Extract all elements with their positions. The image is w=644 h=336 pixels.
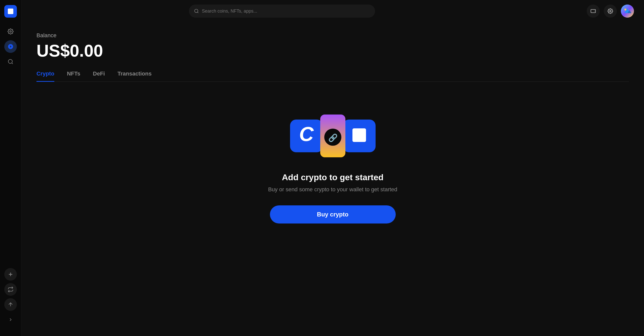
sidebar-item-add[interactable]: [4, 268, 17, 281]
svg-point-1: [8, 59, 12, 63]
svg-line-2: [12, 63, 13, 64]
search-input[interactable]: [202, 9, 370, 14]
empty-state-title: Add crypto to get started: [282, 172, 383, 182]
svg-rect-8: [591, 10, 595, 13]
sidebar-item-explore[interactable]: [4, 55, 17, 68]
svg-text:C: C: [299, 123, 314, 145]
content-area: Balance US$0.00 Crypto NFTs DeFi Transac…: [21, 22, 644, 336]
sidebar: [0, 0, 21, 336]
sidebar-expand-button[interactable]: [4, 313, 17, 326]
wallet-button[interactable]: [587, 5, 600, 18]
crypto-illustration: C 🔗: [290, 112, 376, 162]
tab-defi[interactable]: DeFi: [93, 70, 105, 82]
send-icon: [8, 302, 14, 308]
plus-icon: [8, 271, 14, 277]
sidebar-item-send[interactable]: [4, 298, 17, 311]
buy-crypto-button[interactable]: Buy crypto: [270, 205, 396, 223]
header: [21, 0, 644, 22]
sidebar-item-portfolio[interactable]: [4, 40, 17, 53]
svg-text:🔗: 🔗: [328, 133, 338, 142]
search-icon: [194, 9, 199, 14]
empty-state-subtitle: Buy or send some crypto to your wallet t…: [268, 186, 397, 193]
settings-button[interactable]: [604, 5, 617, 18]
swap-icon: [8, 286, 14, 292]
search-bar[interactable]: [189, 5, 375, 18]
balance-label: Balance: [36, 32, 629, 39]
tab-nfts[interactable]: NFTs: [67, 70, 80, 82]
gear-icon: [608, 8, 613, 14]
avatar[interactable]: [621, 5, 634, 18]
tab-transactions[interactable]: Transactions: [117, 70, 152, 82]
explore-icon: [8, 59, 14, 65]
svg-point-13: [624, 9, 626, 11]
svg-rect-17: [352, 128, 366, 142]
portfolio-icon: [8, 44, 14, 50]
chevron-right-icon: [8, 317, 13, 322]
wallet-icon: [590, 8, 596, 14]
balance-amount: US$0.00: [36, 41, 629, 60]
avatar-icon: [621, 5, 634, 18]
tab-crypto[interactable]: Crypto: [36, 70, 54, 82]
empty-state: C 🔗 Add: [36, 97, 629, 239]
logo-mark: [8, 9, 13, 14]
svg-point-9: [610, 10, 611, 12]
gear-icon: [8, 28, 14, 34]
tabs: Crypto NFTs DeFi Transactions: [36, 70, 629, 82]
sidebar-bottom-actions: [4, 268, 17, 331]
svg-point-0: [10, 31, 11, 32]
main-content: Balance US$0.00 Crypto NFTs DeFi Transac…: [21, 0, 644, 336]
sidebar-logo[interactable]: [4, 5, 17, 18]
svg-point-6: [194, 9, 198, 13]
sidebar-item-settings[interactable]: [4, 25, 17, 38]
sidebar-item-swap[interactable]: [4, 283, 17, 296]
svg-line-7: [197, 12, 198, 13]
crypto-illustration-svg: C 🔗: [290, 112, 376, 162]
